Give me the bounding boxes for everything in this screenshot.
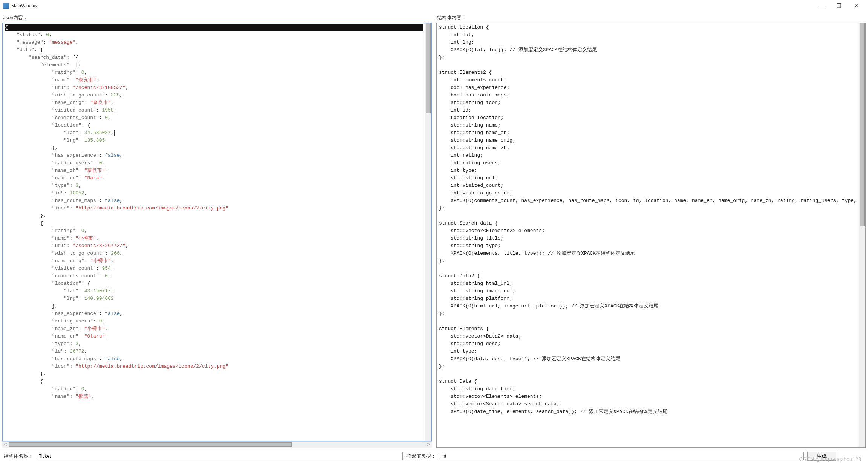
- app-icon: [3, 3, 9, 9]
- int-type-label: 整形值类型：: [406, 453, 436, 460]
- struct-name-input[interactable]: [37, 452, 403, 460]
- hscroll-right-icon[interactable]: >: [425, 442, 432, 448]
- json-vscrollbar[interactable]: [425, 23, 431, 441]
- struct-name-label: 结构体名称：: [4, 453, 33, 460]
- json-editor[interactable]: { "status": 0, "message": "message", "da…: [3, 23, 425, 441]
- maximize-button[interactable]: ❐: [830, 0, 848, 11]
- struct-editor[interactable]: struct Location { int lat; int lng; XPAC…: [437, 23, 859, 447]
- minimize-button[interactable]: —: [813, 0, 830, 11]
- json-pane: Json内容： { "status": 0, "message": "messa…: [0, 11, 434, 449]
- struct-vscrollbar[interactable]: [859, 23, 865, 447]
- generate-button[interactable]: 生成: [807, 452, 836, 461]
- int-type-input[interactable]: [440, 452, 804, 460]
- bottom-bar: 结构体名称： 整形值类型： 生成: [0, 449, 868, 463]
- window-titlebar: MainWindow — ❐ ✕: [0, 0, 868, 11]
- json-hscrollbar[interactable]: < >: [2, 441, 432, 448]
- close-button[interactable]: ✕: [848, 0, 865, 11]
- hscroll-left-icon[interactable]: <: [2, 442, 9, 448]
- struct-pane: 结构体内容： struct Location { int lat; int ln…: [434, 11, 868, 449]
- window-title: MainWindow: [11, 3, 37, 8]
- json-pane-label: Json内容：: [2, 13, 432, 23]
- struct-pane-label: 结构体内容：: [436, 13, 866, 23]
